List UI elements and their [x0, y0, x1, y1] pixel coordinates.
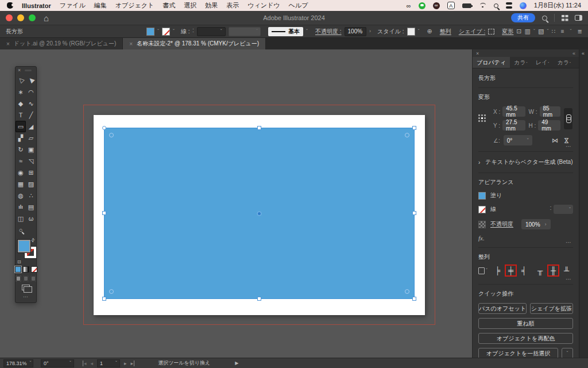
text-to-vector-row[interactable]: › テキストからベクター生成 (Beta) — [478, 152, 573, 173]
fill-label[interactable]: 塗り — [490, 191, 502, 200]
workspace-grid-icon[interactable] — [562, 15, 568, 21]
rotation-dropdown[interactable]: 0°ˇ — [504, 135, 532, 145]
menu-select[interactable]: 選択 — [184, 1, 196, 10]
chevron-down-icon[interactable]: ˇ — [173, 29, 175, 34]
chevron-down-icon[interactable]: ˇ — [418, 29, 420, 34]
close-icon[interactable]: × — [476, 51, 479, 56]
draw-inside-mode[interactable] — [30, 275, 36, 282]
rotate-tool[interactable]: ↻ — [16, 144, 26, 155]
tab-color-guide[interactable]: カラ· — [554, 57, 575, 68]
none-button[interactable] — [31, 266, 37, 273]
canvas-area[interactable]: × ▷ ▶ ∗ ◠ ◆ ∿ T ╱ ▭ ◢ ▞ ▱ ↻ ▣ — [0, 49, 472, 358]
scale-tool[interactable]: ▣ — [26, 144, 36, 155]
chevron-down-icon[interactable]: ˇ — [533, 29, 535, 34]
batch-select-objects-button[interactable]: オブジェクトを一括選択 — [478, 348, 558, 358]
chevron-down-icon[interactable]: ˇ — [547, 29, 548, 34]
document-arrangement-icon[interactable]: ≡ — [561, 28, 564, 34]
type-tool[interactable]: T — [16, 109, 26, 121]
graph-tool[interactable]: ılı — [16, 201, 26, 213]
disclosure-chevron-icon[interactable]: › — [478, 159, 480, 166]
more-options-icon[interactable]: ⋯ — [566, 276, 572, 282]
stroke-color-swatch[interactable] — [162, 28, 170, 36]
gradient-tool[interactable]: ▨ — [26, 178, 36, 190]
document-setup-globe-icon[interactable]: ⊕ — [427, 28, 432, 35]
tab-color[interactable]: カラ· — [510, 57, 532, 68]
status-popup-arrow-icon[interactable]: ▶ — [235, 361, 238, 366]
arrange-panel-icon[interactable]: ▥ — [525, 28, 531, 35]
stroke-weight-dropdown[interactable]: ˇ — [554, 205, 573, 214]
battery-icon[interactable] — [462, 3, 471, 8]
zoom-tool[interactable]: ○ — [16, 224, 26, 236]
curvature-tool[interactable]: ∿ — [26, 98, 36, 109]
menu-edit[interactable]: 編集 — [94, 1, 107, 10]
graphic-style-icon[interactable]: ▧ — [538, 28, 544, 35]
align-to-dropdown[interactable]: ˇ — [478, 267, 488, 274]
expand-shape-button[interactable]: シェイプを拡張 — [530, 303, 573, 314]
creative-cloud-icon[interactable]: ∞ — [433, 2, 440, 9]
align-vertical-bottom-button[interactable]: ╨ — [562, 266, 571, 275]
artboard-tool[interactable]: ▤ — [26, 201, 36, 213]
next-artboard-button[interactable]: ▸ — [124, 361, 127, 366]
brush-definition-dropdown[interactable]: 基本 — [268, 27, 303, 36]
pen-tool[interactable]: ◆ — [16, 98, 26, 109]
chevron-down-icon[interactable]: ˇ — [157, 29, 159, 34]
stroke-swatch[interactable] — [478, 206, 486, 213]
symbol-sprayer-tool[interactable]: ∴ — [26, 190, 36, 201]
color-button[interactable] — [15, 266, 21, 273]
close-tab-icon[interactable]: × — [6, 41, 10, 47]
flip-vertical-icon[interactable]: ⋈ — [563, 137, 570, 144]
fill-color-swatch[interactable] — [146, 28, 154, 36]
more-options-icon[interactable]: ⋯ — [566, 143, 572, 150]
wifi-icon[interactable] — [479, 3, 486, 9]
artboard-number-dropdown[interactable]: 1ˇ — [97, 359, 120, 367]
w-field[interactable]: 85 mm — [540, 106, 561, 117]
flip-horizontal-icon[interactable]: ⋈ — [552, 137, 558, 144]
arrange-button[interactable]: 重ね順 — [478, 318, 573, 329]
last-artboard-button[interactable]: ▸ — [131, 361, 135, 366]
line-app-icon[interactable] — [419, 2, 425, 9]
opacity-field[interactable]: 100% — [345, 27, 366, 36]
expand-dock-icon[interactable]: « — [582, 51, 585, 56]
menu-object[interactable]: オブジェクト — [115, 1, 154, 10]
apple-menu-icon[interactable] — [7, 2, 13, 9]
shape-link[interactable]: シェイプ : — [459, 28, 486, 36]
opacity-field[interactable]: 100%› — [521, 219, 551, 229]
first-artboard-button[interactable]: ◂ — [83, 361, 87, 366]
magic-wand-tool[interactable]: ∗ — [16, 86, 26, 98]
menubar-clock[interactable]: 1月8日(水) 11:24 — [534, 1, 581, 10]
home-icon[interactable]: ⌂ — [44, 14, 49, 22]
y-field[interactable]: 27.5 mm — [502, 120, 525, 131]
perspective-grid-tool[interactable]: ⊞ — [26, 167, 36, 178]
style-swatch[interactable] — [407, 28, 415, 36]
tab-layers[interactable]: レイ· — [532, 57, 554, 68]
siri-icon[interactable] — [520, 2, 527, 9]
hand-tool[interactable]: ω — [26, 213, 36, 224]
shape-builder-tool[interactable]: ◉ — [16, 167, 26, 178]
paintbrush-tool[interactable]: ◢ — [26, 121, 36, 132]
menu-view[interactable]: 表示 — [226, 1, 239, 10]
stroke-weight-stepper[interactable]: ˆˇ — [550, 206, 551, 212]
search-icon[interactable] — [542, 16, 547, 21]
window-zoom-button[interactable] — [29, 14, 36, 21]
draw-behind-mode[interactable] — [23, 275, 29, 282]
collapse-panel-icon[interactable]: « — [572, 51, 575, 56]
align-horizontal-left-button[interactable]: ╞ — [493, 266, 502, 275]
menu-illustrator[interactable]: Illustrator — [22, 2, 51, 9]
line-segment-tool[interactable]: ╱ — [26, 109, 36, 121]
opacity-label[interactable]: 不透明度 : — [315, 28, 342, 36]
share-button[interactable]: 共有 — [511, 13, 535, 22]
close-tab-icon[interactable]: × — [129, 41, 133, 47]
input-source-icon[interactable]: A — [447, 2, 455, 9]
free-transform-tool[interactable]: ◹ — [26, 155, 36, 167]
transform-link[interactable]: 変形 — [502, 28, 513, 36]
opacity-link[interactable]: 不透明度 — [490, 220, 513, 228]
align-horizontal-center-button[interactable]: ╪ — [506, 266, 515, 275]
width-tool[interactable]: ≈ — [16, 155, 26, 167]
fill-swatch[interactable] — [478, 192, 486, 200]
reference-point-grid[interactable] — [478, 114, 486, 122]
drag-handle[interactable] — [25, 70, 32, 71]
align-vertical-top-button[interactable]: ╥ — [536, 266, 544, 275]
menu-window[interactable]: ウィンドウ — [247, 1, 280, 10]
menu-extra-icon[interactable] — [506, 2, 512, 9]
chevron-down-icon[interactable]: ˇ — [306, 29, 308, 34]
